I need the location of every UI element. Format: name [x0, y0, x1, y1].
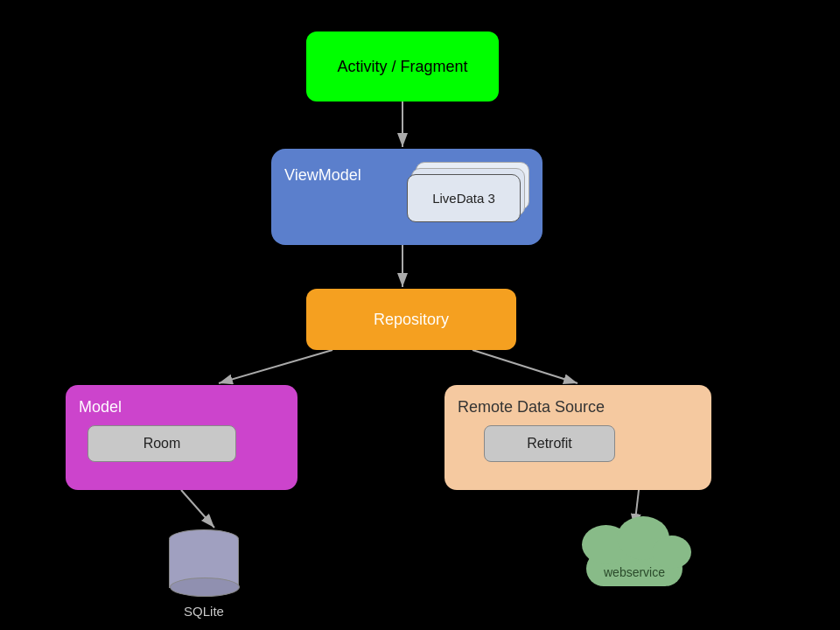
room-box: Room [88, 425, 236, 462]
cylinder-body [169, 540, 239, 588]
cloud-bump3 [652, 536, 691, 569]
livedata-card-front: LiveData 3 [407, 174, 521, 222]
model-box: Model Room [66, 385, 298, 490]
sqlite-label: SQLite [184, 604, 224, 619]
cloud-shape: webservice [578, 529, 691, 586]
webservice-label: webservice [578, 565, 691, 579]
livedata-label: LiveData 3 [432, 191, 495, 206]
svg-line-3 [472, 350, 578, 383]
model-label: Model [79, 398, 122, 416]
sqlite-cylinder: SQLite [169, 529, 239, 619]
repository-label: Repository [374, 311, 449, 329]
remote-data-source-label: Remote Data Source [458, 398, 605, 416]
viewmodel-label: ViewModel [284, 162, 361, 185]
retrofit-label: Retrofit [527, 436, 572, 452]
activity-fragment-box: Activity / Fragment [306, 32, 499, 102]
svg-line-4 [181, 490, 214, 528]
remote-data-source-box: Remote Data Source Retrofit [444, 385, 711, 490]
viewmodel-box: ViewModel LiveData 3 [271, 149, 542, 245]
activity-fragment-label: Activity / Fragment [337, 58, 467, 76]
room-label: Room [144, 436, 181, 452]
livedata-stack: LiveData 3 [407, 162, 529, 232]
retrofit-box: Retrofit [484, 425, 615, 462]
cylinder-bottom [170, 578, 240, 597]
repository-box: Repository [306, 289, 516, 350]
svg-line-2 [219, 350, 332, 383]
architecture-diagram: Activity / Fragment ViewModel LiveData 3… [0, 0, 840, 630]
webservice-cloud: webservice [578, 529, 691, 586]
